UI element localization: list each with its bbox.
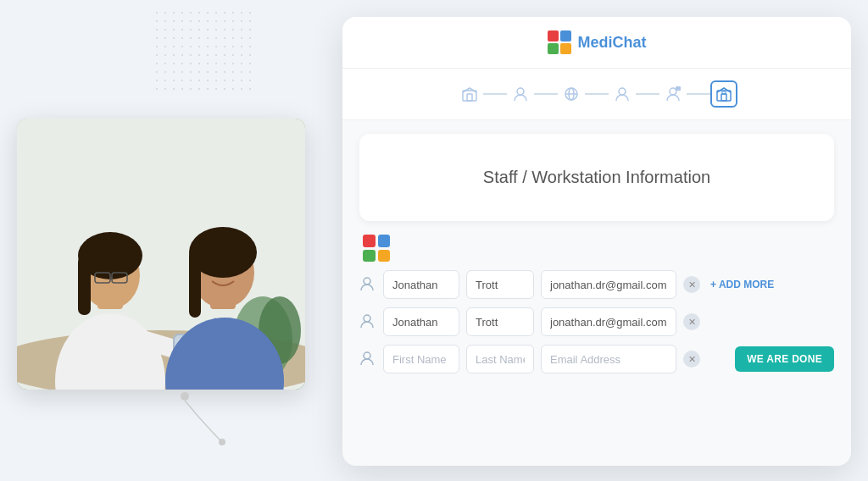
progress-steps [342,69,851,120]
svg-rect-22 [467,94,472,101]
svg-point-33 [364,278,370,285]
step-line-1 [483,93,507,95]
dot-pattern-decoration [153,8,254,93]
step-6-icon[interactable] [710,80,737,108]
step-line-2 [534,93,558,95]
form-row-3: ✕ WE ARE DONE [359,345,834,373]
decorative-curve [178,390,229,449]
step-line-5 [687,93,710,95]
step-4-icon[interactable] [609,80,636,108]
user-icon-1 [359,276,376,293]
row1-first-name[interactable] [383,270,459,299]
svg-point-35 [364,352,370,359]
row2-email[interactable] [541,307,676,336]
step-3-icon[interactable] [558,80,585,108]
step-line-4 [636,93,659,95]
logo-sq-blue [560,30,571,41]
svg-rect-30 [717,91,731,101]
svg-point-23 [517,88,524,95]
step-5-icon[interactable] [659,80,687,108]
content-logo-yellow [378,250,391,263]
photo-panel [17,119,305,390]
title-card: Staff / Workstation Information [359,134,834,221]
content-logo-blue [378,235,391,247]
user-icon-2 [359,313,376,330]
content-logo-icon [363,235,390,262]
svg-rect-29 [676,86,681,91]
logo-container: MediChat [548,30,647,54]
user-icon-3 [359,351,376,368]
logo-icon [548,30,571,54]
svg-rect-18 [189,250,201,318]
logo-sq-red [548,30,559,41]
row2-clear-button[interactable]: ✕ [683,313,700,330]
app-header: MediChat [342,17,851,69]
svg-point-19 [181,392,189,401]
step-2-icon[interactable] [507,80,534,108]
form-row-2: ✕ [359,307,834,336]
row1-last-name[interactable] [466,270,534,299]
row3-email[interactable] [541,345,676,373]
svg-rect-8 [78,256,91,315]
row2-last-name[interactable] [466,307,534,336]
row1-clear-button[interactable]: ✕ [683,276,700,293]
row3-last-name[interactable] [466,345,534,373]
we-are-done-button[interactable]: WE ARE DONE [735,346,834,372]
svg-point-20 [219,439,225,445]
svg-point-28 [670,88,676,95]
logo-sq-green [548,43,559,54]
svg-rect-31 [721,94,726,101]
svg-rect-32 [722,91,726,94]
logo-text: MediChat [578,34,647,52]
row1-email[interactable] [541,270,676,299]
row2-first-name[interactable] [383,307,459,336]
row3-clear-button[interactable]: ✕ [683,351,700,368]
step-1-icon[interactable] [456,80,483,108]
content-logo-red [363,235,376,247]
svg-point-34 [364,315,370,322]
add-more-button[interactable]: + ADD MORE [707,279,777,290]
content-area: Staff / Workstation Information ✕ [342,134,851,399]
row3-first-name[interactable] [383,345,459,373]
logo-sq-yellow [560,43,571,54]
svg-rect-21 [463,91,476,101]
content-logo-green [363,250,376,263]
section-title: Staff / Workstation Information [376,168,817,187]
logo-medi: MediChat [578,34,647,51]
svg-point-27 [619,88,626,95]
app-window: MediChat [342,17,851,466]
step-line-3 [585,93,609,95]
form-row-1: ✕ + ADD MORE [359,270,834,299]
